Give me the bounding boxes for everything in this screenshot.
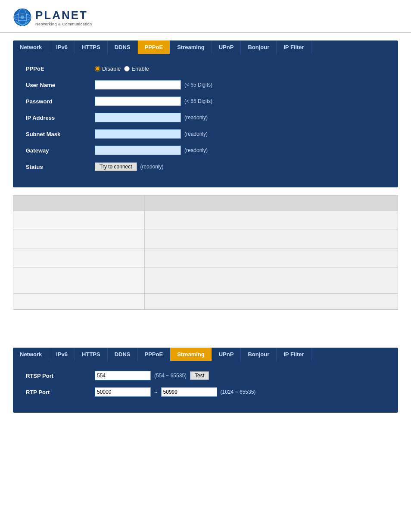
rtsp-port-input[interactable] [95,371,151,380]
streaming-tab-pppoe[interactable]: PPPoE [138,348,171,361]
username-control: (< 65 Digits) [95,80,385,90]
rtsp-port-row: RTSP Port (554 ~ 65535) Test [26,370,385,382]
streaming-tab-ipv6[interactable]: IPv6 [49,348,75,361]
pppoe-field-row: PPPoE Disable Enable [26,62,385,75]
tab-ipv6[interactable]: IPv6 [49,40,75,54]
table-row [13,230,398,249]
subnetmask-hint: (readonly) [184,131,208,137]
password-control: (< 65 Digits) [95,96,385,106]
table-header-value [145,196,398,211]
password-label: Password [26,98,95,105]
subnetmask-label: Subnet Mask [26,131,95,137]
light-table [13,195,398,310]
try-to-connect-button[interactable]: Try to connect [95,162,137,171]
planet-globe-icon [13,8,32,27]
streaming-tab-bar: Network IPv6 HTTPS DDNS PPPoE Streaming … [13,348,398,361]
gateway-hint: (readonly) [184,147,208,153]
rtsp-test-button[interactable]: Test [190,371,209,380]
ipaddress-label: IP Address [26,115,95,121]
streaming-tab-streaming[interactable]: Streaming [170,348,212,361]
tab-pppoe[interactable]: PPPoE [138,40,171,54]
username-label: User Name [26,82,95,88]
table-cell-value-2 [145,230,398,249]
rtp-port-hint: (1024 ~ 65535) [221,389,256,395]
ipaddress-hint: (readonly) [184,115,208,121]
streaming-tab-bonjour[interactable]: Bonjour [241,348,277,361]
rtsp-port-hint: (554 ~ 65535) [154,373,187,379]
streaming-tab-https[interactable]: HTTPS [75,348,108,361]
logo-brand-name: PLANET [35,9,92,22]
pppoe-tab-bar: Network IPv6 HTTPS DDNS PPPoE Streaming … [13,40,398,54]
streaming-dark-panel: RTSP Port (554 ~ 65535) Test RTP Port ~ … [13,361,398,413]
ipaddress-input[interactable] [95,113,181,122]
password-input[interactable] [95,96,181,106]
tab-ddns[interactable]: DDNS [108,40,138,54]
tab-streaming[interactable]: Streaming [170,40,212,54]
spacer-2 [0,323,411,336]
password-field-row: Password (< 65 Digits) [26,95,385,107]
status-control: Try to connect (readonly) [95,162,385,171]
table-cell-label-2 [13,230,145,249]
password-hint: (< 65 Digits) [184,98,212,104]
gateway-label: Gateway [26,147,95,154]
ipaddress-field-row: IP Address (readonly) [26,112,385,124]
table-header-row [13,196,398,211]
username-input[interactable] [95,80,181,90]
subnetmask-input[interactable] [95,129,181,139]
pppoe-dark-panel: PPPoE Disable Enable User Name (< 65 Dig… [13,54,398,187]
streaming-tab-ipfilter[interactable]: IP Filter [277,348,311,361]
rtsp-port-control: (554 ~ 65535) Test [95,371,385,380]
logo-container: PLANET Networking & Communication [13,8,398,27]
gateway-input[interactable] [95,146,181,155]
table-cell-value-5 [145,294,398,309]
tab-network[interactable]: Network [13,40,49,54]
rtp-port-row: RTP Port ~ (1024 ~ 65535) [26,386,385,398]
table-cell-value-4 [145,268,398,293]
light-table-section [0,195,411,310]
pppoe-section-wrapper: Network IPv6 HTTPS DDNS PPPoE Streaming … [0,33,411,195]
tab-https[interactable]: HTTPS [75,40,108,54]
rtp-port-control: ~ (1024 ~ 65535) [95,387,385,397]
table-cell-label-1 [13,211,145,230]
pppoe-label: PPPoE [26,65,95,72]
username-field-row: User Name (< 65 Digits) [26,79,385,91]
pppoe-enable-label: Enable [131,65,149,72]
subnetmask-control: (readonly) [95,129,385,139]
logo-subtitle: Networking & Communication [35,22,92,26]
streaming-tab-upnp[interactable]: UPnP [212,348,241,361]
pppoe-enable-option[interactable]: Enable [124,65,149,72]
table-row [13,211,398,230]
streaming-tab-ddns[interactable]: DDNS [108,348,138,361]
table-cell-label-5 [13,294,145,309]
username-hint: (< 65 Digits) [184,82,212,88]
logo-area: PLANET Networking & Communication [0,0,411,33]
streaming-tab-network[interactable]: Network [13,348,49,361]
tab-upnp[interactable]: UPnP [212,40,241,54]
ipaddress-control: (readonly) [95,113,385,122]
pppoe-radio-group: Disable Enable [95,65,385,72]
table-cell-value-1 [145,211,398,230]
rtp-port-end-input[interactable] [161,387,217,397]
status-hint: (readonly) [140,164,164,170]
svg-point-4 [21,16,24,19]
pppoe-enable-radio[interactable] [124,66,130,72]
gateway-control: (readonly) [95,146,385,155]
table-row [13,249,398,268]
pppoe-disable-option[interactable]: Disable [95,65,121,72]
streaming-section-wrapper: Network IPv6 HTTPS DDNS PPPoE Streaming … [0,340,411,420]
rtsp-port-label: RTSP Port [26,373,95,379]
table-row [13,294,398,309]
pppoe-disable-radio[interactable] [95,66,100,72]
table-row [13,268,398,294]
table-header-label [13,196,145,211]
rtp-port-start-input[interactable] [95,387,151,397]
logo-text: PLANET Networking & Communication [35,9,92,26]
rtp-tilde-separator: ~ [154,389,158,395]
table-cell-label-4 [13,268,145,293]
status-field-row: Status Try to connect (readonly) [26,161,385,173]
table-cell-value-3 [145,249,398,268]
rtp-port-label: RTP Port [26,389,95,395]
tab-bonjour[interactable]: Bonjour [241,40,277,54]
table-cell-label-3 [13,249,145,268]
tab-ipfilter[interactable]: IP Filter [277,40,311,54]
